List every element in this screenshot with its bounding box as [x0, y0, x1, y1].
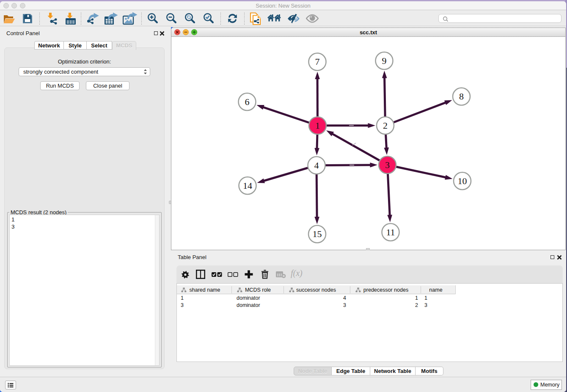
svg-text:14: 14	[243, 180, 252, 191]
svg-text:15: 15	[313, 229, 322, 239]
svg-text:11: 11	[386, 227, 395, 237]
svg-text:7: 7	[315, 56, 320, 67]
svg-text:1: 1	[315, 120, 320, 131]
svg-text:6: 6	[245, 97, 250, 107]
svg-text:10: 10	[458, 176, 467, 186]
svg-text:8: 8	[459, 91, 464, 102]
svg-text:3: 3	[385, 160, 390, 170]
svg-text:4: 4	[314, 160, 319, 171]
svg-text:2: 2	[383, 120, 388, 131]
svg-text:9: 9	[382, 55, 387, 66]
